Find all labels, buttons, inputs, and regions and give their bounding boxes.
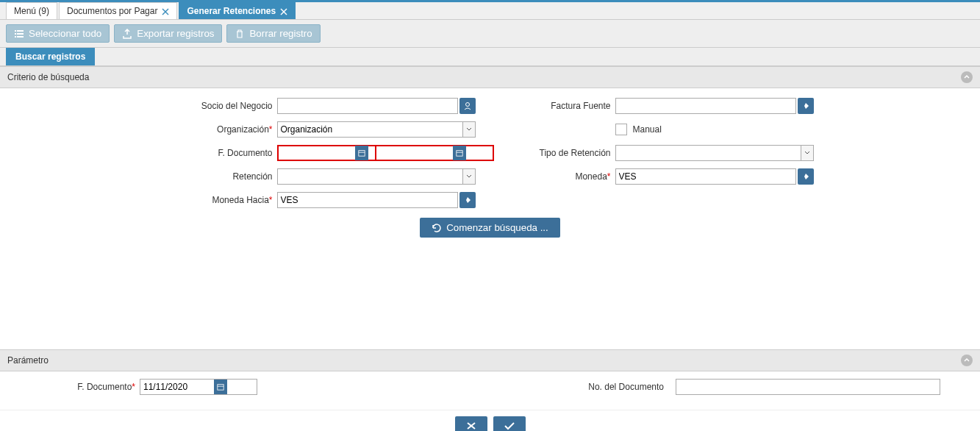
tab-label: Documentos por Pagar <box>67 6 157 16</box>
org-label: Organización* <box>167 124 277 135</box>
moneda-clear-button[interactable] <box>798 168 814 185</box>
param-fdoc-label: F. Documento* <box>10 382 135 392</box>
fdoc-to-input[interactable] <box>375 145 494 161</box>
chevron-down-icon[interactable] <box>462 168 476 185</box>
ok-button[interactable] <box>493 416 526 431</box>
check-icon <box>504 421 515 431</box>
delete-button[interactable]: Borrar registro <box>226 24 320 43</box>
tab-menu[interactable]: Menú (9) <box>6 2 57 19</box>
tipo-ret-select[interactable] <box>615 145 814 161</box>
criteria-form: Socio del Negocio Organización* F. Docum… <box>0 88 980 246</box>
button-label: Seleccionar todo <box>29 28 101 39</box>
fdoc-label: F. Documento <box>167 148 277 158</box>
retencion-select[interactable] <box>277 168 476 185</box>
trash-icon <box>235 29 245 39</box>
tab-label: Menú (9) <box>14 6 49 16</box>
org-select[interactable] <box>277 121 476 138</box>
button-label: Borrar registro <box>249 28 312 39</box>
refresh-icon <box>432 223 442 233</box>
list-icon <box>14 29 24 39</box>
svg-rect-7 <box>17 33 24 35</box>
socio-lookup-button[interactable] <box>459 98 476 114</box>
svg-rect-6 <box>15 33 16 35</box>
subtabs: Buscar registros <box>0 48 980 66</box>
tab-documentos[interactable]: Documentos por Pagar <box>59 2 177 19</box>
retencion-label: Retención <box>167 171 277 182</box>
pin-icon <box>801 101 810 110</box>
param-nodoc-label: No. del Documento <box>588 382 664 392</box>
param-form: F. Documento* No. del Documento <box>0 371 980 410</box>
x-icon <box>465 421 477 431</box>
svg-rect-5 <box>17 30 24 32</box>
svg-rect-8 <box>15 36 16 38</box>
socio-label: Socio del Negocio <box>167 101 277 111</box>
close-icon[interactable] <box>162 7 169 15</box>
section-title: Criterio de búsqueda <box>7 72 89 82</box>
start-search-button[interactable]: Comenzar búsqueda ... <box>420 218 560 238</box>
factura-label: Factura Fuente <box>505 101 615 111</box>
button-label: Comenzar búsqueda ... <box>446 222 548 233</box>
moneda-label: Moneda* <box>505 171 615 182</box>
footer-buttons <box>0 410 980 431</box>
section-title: Parámetro <box>7 355 49 366</box>
moneda-input[interactable] <box>615 168 796 185</box>
svg-rect-9 <box>17 36 24 38</box>
tab-label: Generar Retenciones <box>187 6 276 16</box>
chevron-down-icon[interactable] <box>801 145 814 161</box>
toolbar: Seleccionar todo Exportar registros Borr… <box>0 20 980 48</box>
svg-rect-4 <box>15 30 16 32</box>
svg-rect-13 <box>456 151 462 157</box>
socio-input[interactable] <box>277 98 458 114</box>
subtab-label: Buscar registros <box>15 51 85 62</box>
collapse-icon[interactable] <box>961 71 973 83</box>
svg-rect-15 <box>218 385 223 391</box>
select-all-button[interactable]: Seleccionar todo <box>6 24 110 43</box>
criteria-header: Criterio de búsqueda <box>0 66 980 88</box>
close-icon[interactable] <box>280 7 287 15</box>
calendar-icon[interactable] <box>214 380 227 394</box>
calendar-icon[interactable] <box>453 146 466 160</box>
param-fdoc-input[interactable] <box>140 379 257 395</box>
manual-label: Manual <box>633 124 662 135</box>
pin-icon <box>801 172 810 181</box>
svg-rect-11 <box>358 151 364 157</box>
moneda-hacia-input[interactable] <box>277 192 458 208</box>
factura-clear-button[interactable] <box>798 98 814 114</box>
export-icon <box>122 29 132 39</box>
moneda-hacia-clear-button[interactable] <box>459 192 476 208</box>
user-icon <box>463 101 472 110</box>
svg-point-10 <box>465 103 469 107</box>
moneda-hacia-label: Moneda Hacia* <box>167 195 277 205</box>
factura-input[interactable] <box>615 98 796 114</box>
collapse-icon[interactable] <box>961 355 973 366</box>
subtab-buscar[interactable]: Buscar registros <box>6 48 95 65</box>
chevron-down-icon[interactable] <box>462 121 476 138</box>
export-button[interactable]: Exportar registros <box>114 24 222 43</box>
calendar-icon[interactable] <box>355 146 368 160</box>
cancel-button[interactable] <box>455 416 487 431</box>
pin-icon <box>463 196 472 204</box>
tab-generar-retenciones[interactable]: Generar Retenciones <box>179 2 296 19</box>
tipo-ret-label: Tipo de Retención <box>505 148 615 158</box>
button-label: Exportar registros <box>137 28 214 39</box>
param-header: Parámetro <box>0 349 980 371</box>
main-tabs: Menú (9) Documentos por Pagar Generar Re… <box>0 2 980 20</box>
manual-checkbox[interactable] <box>615 124 627 135</box>
param-nodoc-input[interactable] <box>676 379 940 395</box>
